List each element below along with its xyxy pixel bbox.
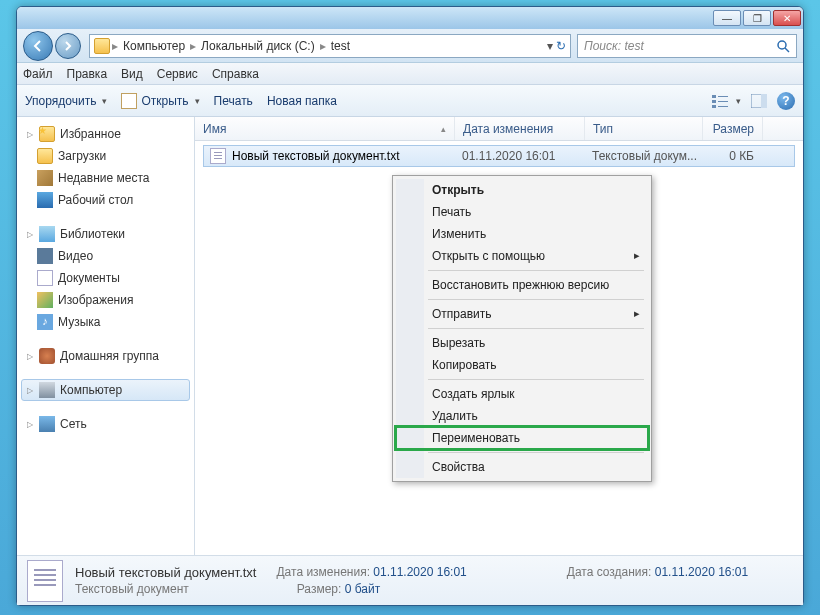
video-icon <box>37 248 53 264</box>
tree-videos[interactable]: Видео <box>21 245 190 267</box>
search-input[interactable]: Поиск: test <box>577 34 797 58</box>
titlebar: — ❐ ✕ <box>17 7 803 29</box>
col-label: Имя <box>203 122 226 136</box>
menu-edit[interactable]: Правка <box>67 67 108 81</box>
open-button[interactable]: Открыть <box>121 93 199 109</box>
context-copy[interactable]: Копировать <box>396 354 648 376</box>
tree-downloads[interactable]: Загрузки <box>21 145 190 167</box>
menu-help[interactable]: Справка <box>212 67 259 81</box>
music-icon: ♪ <box>37 314 53 330</box>
tree-network[interactable]: Сеть <box>21 413 190 435</box>
tree-label: Документы <box>58 271 120 285</box>
tree-desktop[interactable]: Рабочий стол <box>21 189 190 211</box>
computer-icon <box>39 382 55 398</box>
search-icon[interactable] <box>776 39 790 53</box>
svg-rect-7 <box>718 106 728 107</box>
list-icon <box>712 94 730 108</box>
context-restore[interactable]: Восстановить прежнюю версию <box>396 274 648 296</box>
pane-icon <box>751 94 767 108</box>
menu-tools[interactable]: Сервис <box>157 67 198 81</box>
context-open-with[interactable]: Открыть с помощью <box>396 245 648 267</box>
context-send-to[interactable]: Отправить <box>396 303 648 325</box>
status-created-value: 01.11.2020 16:01 <box>655 565 748 579</box>
homegroup-icon <box>39 348 55 364</box>
svg-point-0 <box>778 41 786 49</box>
desktop-icon <box>37 192 53 208</box>
file-row[interactable]: Новый текстовый документ.txt 01.11.2020 … <box>203 145 795 167</box>
breadcrumb-segment[interactable]: Компьютер <box>120 39 188 53</box>
menu-view[interactable]: Вид <box>121 67 143 81</box>
recent-icon <box>37 170 53 186</box>
forward-button[interactable] <box>55 33 81 59</box>
document-icon <box>121 93 137 109</box>
libraries-icon <box>39 226 55 242</box>
status-mod-label: Дата изменения: <box>276 565 370 579</box>
open-label: Открыть <box>141 94 188 108</box>
context-edit[interactable]: Изменить <box>396 223 648 245</box>
tree-label: Видео <box>58 249 93 263</box>
document-icon <box>37 270 53 286</box>
svg-rect-3 <box>718 96 728 97</box>
column-size[interactable]: Размер <box>703 117 763 140</box>
context-cut[interactable]: Вырезать <box>396 332 648 354</box>
svg-rect-9 <box>761 94 767 108</box>
tree-recent[interactable]: Недавние места <box>21 167 190 189</box>
context-open[interactable]: Открыть <box>396 179 648 201</box>
status-size-label: Размер: <box>297 582 342 596</box>
column-date[interactable]: Дата изменения <box>455 117 585 140</box>
search-placeholder: Поиск: test <box>584 39 644 53</box>
tree-label: Домашняя группа <box>60 349 159 363</box>
status-created-label: Дата создания: <box>567 565 652 579</box>
tree-label: Избранное <box>60 127 121 141</box>
tree-documents[interactable]: Документы <box>21 267 190 289</box>
svg-rect-6 <box>712 105 716 108</box>
tree-music[interactable]: ♪Музыка <box>21 311 190 333</box>
svg-rect-4 <box>712 100 716 103</box>
file-date: 01.11.2020 16:01 <box>456 149 586 163</box>
textfile-large-icon <box>27 560 63 602</box>
svg-rect-5 <box>718 101 728 102</box>
back-button[interactable] <box>23 31 53 61</box>
explorer-window: — ❐ ✕ ▸ Компьютер ▸ Локальный диск (C:) … <box>16 6 804 606</box>
print-button[interactable]: Печать <box>214 94 253 108</box>
context-delete[interactable]: Удалить <box>396 405 648 427</box>
context-rename[interactable]: Переименовать <box>396 427 648 449</box>
tree-pictures[interactable]: Изображения <box>21 289 190 311</box>
status-mod-value: 01.11.2020 16:01 <box>373 565 466 579</box>
file-type: Текстовый докум... <box>586 149 704 163</box>
column-headers: Имя▴ Дата изменения Тип Размер <box>195 117 803 141</box>
breadcrumb-segment[interactable]: test <box>328 39 353 53</box>
view-mode-button[interactable] <box>712 94 741 108</box>
dropdown-icon[interactable]: ▾ <box>547 39 553 53</box>
tree-homegroup[interactable]: Домашняя группа <box>21 345 190 367</box>
context-shortcut[interactable]: Создать ярлык <box>396 383 648 405</box>
context-properties[interactable]: Свойства <box>396 456 648 478</box>
refresh-icon[interactable]: ↻ <box>556 39 566 53</box>
context-print[interactable]: Печать <box>396 201 648 223</box>
minimize-button[interactable]: — <box>713 10 741 26</box>
close-button[interactable]: ✕ <box>773 10 801 26</box>
details-pane: Новый текстовый документ.txt Дата измене… <box>17 555 803 605</box>
menu-bar: Файл Правка Вид Сервис Справка <box>17 63 803 85</box>
status-size-value: 0 байт <box>345 582 380 596</box>
file-name: Новый текстовый документ.txt <box>232 149 400 163</box>
tree-libraries[interactable]: Библиотеки <box>21 223 190 245</box>
tree-label: Музыка <box>58 315 100 329</box>
new-folder-button[interactable]: Новая папка <box>267 94 337 108</box>
menu-file[interactable]: Файл <box>23 67 53 81</box>
column-name[interactable]: Имя▴ <box>195 117 455 140</box>
tree-computer[interactable]: Компьютер <box>21 379 190 401</box>
breadcrumb-segment[interactable]: Локальный диск (C:) <box>198 39 318 53</box>
help-icon[interactable]: ? <box>777 92 795 110</box>
column-type[interactable]: Тип <box>585 117 703 140</box>
address-field[interactable]: ▸ Компьютер ▸ Локальный диск (C:) ▸ test… <box>89 34 571 58</box>
tree-label: Загрузки <box>58 149 106 163</box>
preview-pane-button[interactable] <box>751 94 767 108</box>
favorites-icon <box>39 126 55 142</box>
organize-button[interactable]: Упорядочить <box>25 94 107 108</box>
pictures-icon <box>37 292 53 308</box>
tree-label: Сеть <box>60 417 87 431</box>
address-bar: ▸ Компьютер ▸ Локальный диск (C:) ▸ test… <box>17 29 803 63</box>
tree-favorites[interactable]: Избранное <box>21 123 190 145</box>
maximize-button[interactable]: ❐ <box>743 10 771 26</box>
